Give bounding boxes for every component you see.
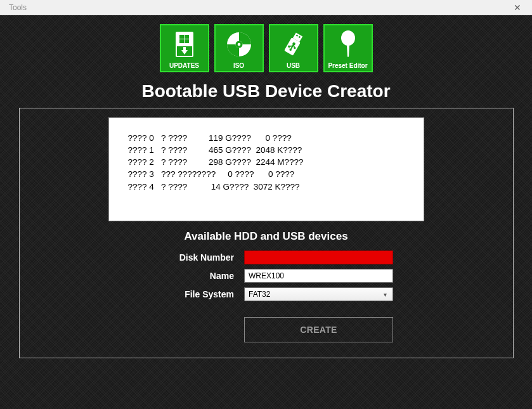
tile-row: UPDATES ISO xyxy=(160,24,373,72)
iso-icon xyxy=(216,25,263,63)
create-button[interactable]: CREATE xyxy=(244,317,393,342)
device-form: Disk Number Name File System FAT32 ▾ CRE… xyxy=(139,250,393,342)
device-list[interactable]: ???? 0 ? ???? 119 G???? 0 ???? ???? 1 ? … xyxy=(108,117,424,221)
file-system-select[interactable]: FAT32 ▾ xyxy=(244,287,393,301)
updates-icon xyxy=(161,25,208,63)
svg-rect-5 xyxy=(185,39,189,43)
tile-usb[interactable]: USB xyxy=(269,24,318,72)
page-title: Bootable USB Device Creator xyxy=(141,81,390,101)
tile-label: Preset Editor xyxy=(328,63,367,71)
app-window: Tools ✕ UPDATES xyxy=(0,0,532,409)
disk-number-input[interactable] xyxy=(244,250,393,264)
preset-editor-icon xyxy=(325,25,372,63)
tile-preset-editor[interactable]: Preset Editor xyxy=(323,24,373,72)
tile-label: USB xyxy=(287,63,300,71)
svg-rect-4 xyxy=(179,39,184,43)
svg-point-18 xyxy=(349,33,353,37)
chevron-down-icon: ▾ xyxy=(380,291,390,298)
svg-rect-3 xyxy=(185,35,189,39)
svg-point-8 xyxy=(237,42,240,46)
svg-rect-2 xyxy=(179,35,184,39)
client-area: UPDATES ISO xyxy=(0,15,532,409)
file-system-label: File System xyxy=(139,289,234,299)
disk-number-label: Disk Number xyxy=(139,252,234,263)
menubar: Tools ✕ xyxy=(0,0,532,15)
tile-updates[interactable]: UPDATES xyxy=(160,24,209,72)
menu-tools[interactable]: Tools xyxy=(5,2,30,13)
tile-iso[interactable]: ISO xyxy=(214,24,264,72)
tile-label: ISO xyxy=(233,63,244,71)
section-heading: Available HDD and USB devices xyxy=(184,230,347,243)
main-frame: ???? 0 ? ???? 119 G???? 0 ???? ???? 1 ? … xyxy=(19,108,514,358)
name-label: Name xyxy=(139,271,234,281)
file-system-value: FAT32 xyxy=(249,290,270,299)
usb-icon xyxy=(270,25,317,63)
name-input[interactable] xyxy=(244,269,393,283)
window-close-button[interactable]: ✕ xyxy=(508,3,527,13)
tile-label: UPDATES xyxy=(169,63,199,71)
svg-point-16 xyxy=(341,30,355,46)
